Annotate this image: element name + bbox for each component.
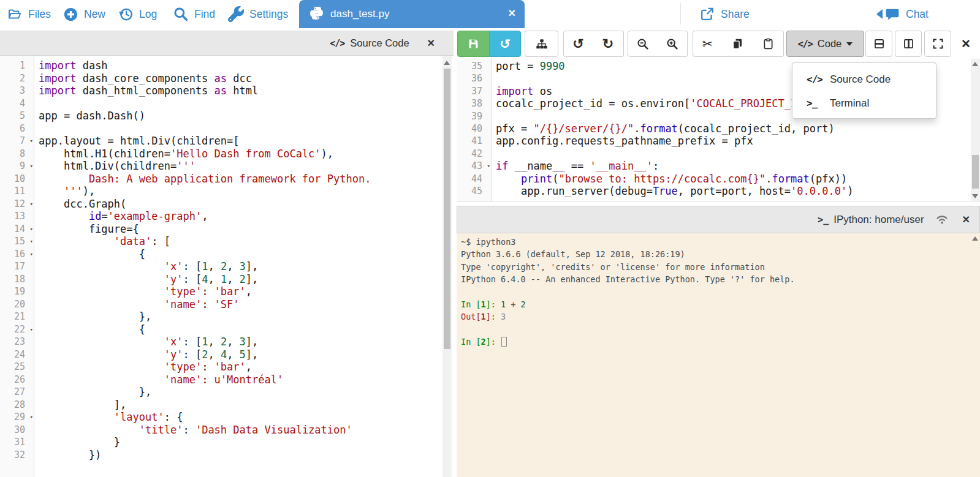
share-label: Share: [721, 8, 750, 21]
code-line[interactable]: {: [39, 248, 443, 261]
menu-item-terminal[interactable]: >_ Terminal: [792, 91, 936, 115]
fold-icon[interactable]: ▾: [30, 160, 33, 173]
code-line[interactable]: html.H1(children='Hello Dash from CoCalc…: [39, 148, 443, 160]
fold-icon[interactable]: ▾: [30, 323, 33, 336]
code-line[interactable]: app.run_server(debug=True, port=port, ho…: [496, 185, 971, 197]
split-vertical-button[interactable]: [895, 31, 922, 57]
terminal-scroll-up-icon[interactable]: [972, 236, 978, 241]
terminal-text: ]:: [486, 337, 501, 347]
zoom-in-button[interactable]: [657, 31, 688, 57]
left-panel-close-icon[interactable]: ✕: [427, 37, 435, 49]
left-code-editor[interactable]: 1234567▾89▾101112▾1314▾15▾16▾17181920212…: [0, 56, 443, 477]
code-token: as: [215, 85, 227, 97]
terminal-close-icon[interactable]: ✕: [962, 214, 970, 225]
chat-button[interactable]: Chat: [876, 0, 929, 28]
code-line[interactable]: }): [39, 449, 443, 462]
nav-find[interactable]: Find: [173, 0, 215, 28]
code-line[interactable]: 'x': [1, 2, 3],: [39, 260, 443, 273]
fold-icon[interactable]: ▾: [30, 135, 33, 148]
file-tab-dash-test-py[interactable]: dash_test.py ✕: [299, 0, 525, 28]
code-token: (pfx)): [810, 173, 847, 185]
nav-settings[interactable]: Settings: [228, 0, 288, 28]
code-line[interactable]: [39, 122, 443, 135]
code-line[interactable]: figure={: [39, 223, 443, 236]
nav-files[interactable]: Files: [6, 0, 51, 28]
code-line[interactable]: 'x': [1, 2, 3],: [39, 336, 443, 348]
code-line[interactable]: import dash_core_components as dcc: [39, 72, 443, 85]
code-line[interactable]: html.Div(children=''': [39, 160, 443, 173]
fold-icon[interactable]: ▾: [30, 198, 33, 211]
code-line[interactable]: [496, 148, 971, 160]
code-line[interactable]: 'y': [4, 1, 2],: [39, 273, 443, 286]
scroll-down-icon[interactable]: [972, 194, 978, 198]
code-line[interactable]: import dash_html_components as html: [39, 85, 443, 97]
code-line[interactable]: if __name__ == '__main__':: [496, 160, 971, 172]
code-line[interactable]: }: [39, 436, 443, 449]
fold-icon[interactable]: ▾: [30, 248, 33, 261]
close-frame-button[interactable]: ✕: [954, 31, 978, 57]
code-line[interactable]: pfx = "/{}/server/{}/".format(cocalc_pro…: [496, 122, 971, 135]
code-line[interactable]: },: [39, 386, 443, 399]
fold-icon[interactable]: ▾: [30, 223, 33, 236]
zoom-out-button[interactable]: [628, 31, 658, 57]
split-horizontal-button[interactable]: [865, 31, 892, 57]
code-line[interactable]: '''),: [39, 185, 443, 198]
code-line[interactable]: import dash: [39, 59, 443, 72]
gutter-cell: 40: [457, 122, 491, 135]
fold-icon[interactable]: ▾: [30, 235, 33, 248]
code-line[interactable]: 'data': [: [39, 235, 443, 248]
left-editor-code-pane[interactable]: import dashimport dash_core_components a…: [34, 56, 443, 477]
terminal-text: IPython 6.4.0 -- An enhanced Interactive…: [461, 274, 795, 284]
left-editor-scrollbar[interactable]: [443, 56, 452, 477]
code-line[interactable]: 'type': 'bar',: [39, 285, 443, 298]
code-line[interactable]: app = dash.Dash(): [39, 110, 443, 122]
redo-button[interactable]: ↻: [593, 31, 624, 57]
code-line[interactable]: 'title': 'Dash Data Visualization': [39, 424, 443, 437]
terminal-pane[interactable]: ~$ ipython3Python 3.6.6 (default, Sep 12…: [457, 233, 980, 477]
timetravel-button[interactable]: ↺: [489, 31, 521, 57]
code-line[interactable]: print("browse to: https://cocalc.com{}".…: [496, 173, 971, 185]
tab-close-icon[interactable]: ✕: [508, 7, 516, 19]
code-token: 'SF': [215, 298, 240, 310]
nav-log[interactable]: Log: [118, 0, 157, 28]
cut-button[interactable]: ✂: [693, 31, 723, 57]
right-scrollbar-thumb[interactable]: [972, 155, 979, 189]
undo-button[interactable]: ↺: [563, 31, 593, 57]
share-button[interactable]: Share: [699, 0, 750, 28]
code-line[interactable]: 'name': u'Montréal': [39, 374, 443, 386]
code-line[interactable]: {: [39, 323, 443, 336]
code-line[interactable]: dcc.Graph(: [39, 198, 443, 211]
code-token: ),: [83, 185, 95, 197]
fullscreen-button[interactable]: [924, 31, 951, 57]
save-button[interactable]: [457, 31, 490, 57]
code-line[interactable]: [39, 97, 443, 110]
right-editor-scrollbar[interactable]: [971, 59, 980, 202]
code-line[interactable]: Dash: A web application framework for Py…: [39, 173, 443, 186]
menu-item-source-code[interactable]: </> Source Code: [792, 67, 936, 91]
nav-new[interactable]: New: [63, 0, 105, 28]
code-line[interactable]: },: [39, 310, 443, 323]
scroll-up-icon[interactable]: [444, 61, 450, 65]
fold-icon[interactable]: ▾: [487, 160, 490, 172]
code-line[interactable]: app.config.requests_pathname_prefix = pf…: [496, 135, 971, 147]
code-line[interactable]: id='example-graph',: [39, 210, 443, 223]
code-line[interactable]: 'layout': {: [39, 411, 443, 424]
code-line[interactable]: 'type': 'bar',: [39, 361, 443, 374]
frame-type-dropdown-button[interactable]: </> Code: [786, 31, 864, 57]
code-token: os: [533, 85, 552, 97]
code-line[interactable]: app.layout = html.Div(children=[: [39, 135, 443, 148]
code-line[interactable]: ],: [39, 399, 443, 411]
code-token: import: [39, 72, 76, 85]
gutter-cell: 43▾: [457, 160, 491, 172]
code-line[interactable]: 'y': [2, 4, 5],: [39, 348, 443, 361]
fold-icon[interactable]: ▾: [30, 411, 33, 424]
line-number: 44: [471, 173, 482, 184]
scroll-up-icon[interactable]: [972, 62, 978, 66]
copy-button[interactable]: [722, 31, 753, 57]
frame-split-tree-button[interactable]: [525, 31, 558, 57]
paste-button[interactable]: [753, 31, 784, 57]
terminal-line: IPython 6.4.0 -- An enhanced Interactive…: [461, 273, 980, 285]
terminal-text: In [: [461, 299, 481, 309]
code-line[interactable]: 'name': 'SF': [39, 298, 443, 311]
left-scrollbar-thumb[interactable]: [444, 69, 450, 349]
